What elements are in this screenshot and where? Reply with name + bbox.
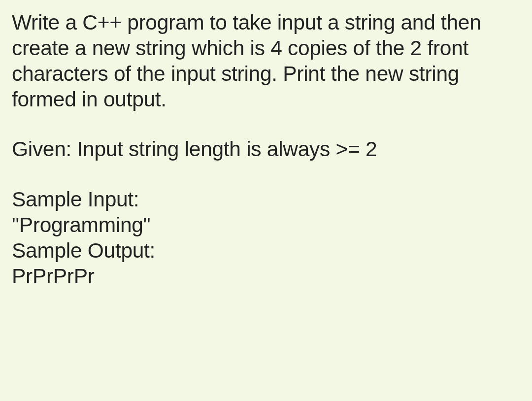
problem-sample: Sample Input: "Programming" Sample Outpu… [12,187,520,289]
problem-constraint-text: Given: Input string length is always >= … [12,137,377,161]
problem-description: Write a C++ program to take input a stri… [12,10,520,112]
sample-output-label: Sample Output: [12,238,520,264]
problem-constraint: Given: Input string length is always >= … [12,136,520,162]
sample-input-value: "Programming" [12,212,520,238]
sample-input-label: Sample Input: [12,187,520,212]
sample-output-value: PrPrPrPr [12,264,520,289]
problem-description-text: Write a C++ program to take input a stri… [12,11,481,111]
